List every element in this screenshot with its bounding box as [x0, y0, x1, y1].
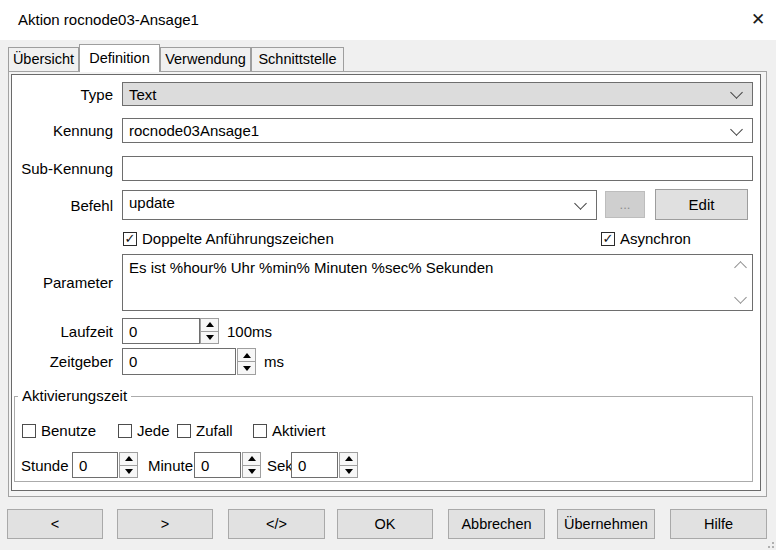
ok-button[interactable]: OK — [337, 509, 433, 539]
zeitgeber-input[interactable] — [122, 348, 236, 375]
scroll-down-icon[interactable] — [734, 291, 747, 304]
checkbox-aktiviert-label: Aktiviert — [272, 423, 325, 439]
kennung-combobox[interactable]: rocnode03Ansage1 — [122, 118, 753, 143]
stunde-input[interactable] — [72, 452, 118, 478]
spin-down-button[interactable] — [200, 332, 219, 345]
spin-down-icon — [206, 335, 214, 340]
checkbox-benutze[interactable] — [22, 424, 36, 438]
checkbox-doppelte[interactable]: ✓ — [123, 232, 137, 246]
edit-button[interactable]: Edit — [655, 189, 748, 220]
befehl-value: update — [129, 194, 175, 211]
stunde-label: Stunde — [21, 452, 69, 478]
code-button[interactable]: </> — [228, 509, 325, 539]
abbrechen-button[interactable]: Abbrechen — [448, 509, 545, 539]
spin-up-icon — [243, 353, 251, 358]
zeitgeber-label: Zeitgeber — [10, 348, 113, 375]
hilfe-button[interactable]: Hilfe — [670, 509, 767, 539]
checkbox-zufall-label: Zufall — [196, 423, 233, 439]
checkmark-icon: ✓ — [603, 232, 614, 245]
tab-label: Verwendung — [165, 51, 246, 67]
spin-down-button[interactable] — [339, 466, 358, 479]
resize-grip-icon[interactable] — [766, 540, 774, 548]
spin-up-icon — [206, 322, 214, 327]
chevron-down-icon — [730, 86, 743, 99]
spin-up-icon — [125, 456, 133, 461]
laufzeit-input[interactable] — [122, 318, 200, 344]
chevron-down-icon — [574, 197, 587, 210]
window-title: Aktion rocnode03-Ansage1 — [18, 0, 199, 40]
tab-schnittstelle[interactable]: Schnittstelle — [251, 47, 344, 71]
tab-label: Übersicht — [13, 51, 74, 67]
spin-up-icon — [345, 456, 353, 461]
dialog-aktion: Aktion rocnode03-Ansage1 ✕ Übersicht Def… — [0, 0, 776, 550]
zeitgeber-unit: ms — [264, 348, 284, 375]
tab-verwendung[interactable]: Verwendung — [160, 47, 251, 71]
parameter-label: Parameter — [10, 254, 113, 311]
minute-input[interactable] — [194, 452, 241, 478]
spin-up-button[interactable] — [119, 452, 138, 466]
befehl-more-button[interactable]: ... — [605, 191, 645, 218]
spin-down-icon — [125, 469, 133, 474]
type-value: Text — [129, 86, 157, 103]
tab-definition[interactable]: Definition — [79, 44, 160, 72]
next-button[interactable]: > — [117, 509, 213, 539]
checkbox-zufall[interactable] — [177, 424, 191, 438]
ok-button-label: OK — [375, 516, 396, 532]
sek-stepper — [339, 452, 358, 478]
laufzeit-stepper — [200, 318, 219, 344]
spin-down-icon — [248, 469, 256, 474]
spin-up-button[interactable] — [242, 452, 261, 466]
spin-up-icon — [248, 456, 256, 461]
code-button-label: </> — [266, 516, 287, 532]
checkmark-icon: ✓ — [125, 232, 136, 245]
spin-down-icon — [345, 469, 353, 474]
zeitgeber-stepper — [237, 348, 256, 375]
abbrechen-button-label: Abbrechen — [461, 516, 531, 532]
sub-kennung-input[interactable] — [122, 156, 753, 181]
uebernehmen-button[interactable]: Übernehmen — [557, 509, 655, 539]
befehl-combobox[interactable]: update — [122, 190, 597, 220]
spin-down-icon — [243, 366, 251, 371]
uebernehmen-button-label: Übernehmen — [564, 516, 648, 532]
tab-label: Definition — [89, 50, 149, 66]
aktivierungszeit-title: Aktivierungszeit — [18, 388, 131, 404]
spin-down-button[interactable] — [237, 362, 256, 375]
minute-label: Minute — [148, 452, 193, 478]
kennung-value: rocnode03Ansage1 — [129, 122, 259, 139]
sek-input[interactable] — [291, 452, 338, 478]
checkbox-doppelte-label: Doppelte Anführungszeichen — [142, 231, 334, 247]
laufzeit-label: Laufzeit — [10, 318, 113, 344]
minute-stepper — [242, 452, 261, 478]
spin-up-button[interactable] — [339, 452, 358, 466]
ellipsis-icon: ... — [620, 197, 631, 212]
checkbox-jede-label: Jede — [137, 423, 170, 439]
spin-up-button[interactable] — [200, 318, 219, 332]
stunde-stepper — [119, 452, 138, 478]
chevron-down-icon — [730, 123, 743, 136]
checkbox-jede[interactable] — [118, 424, 132, 438]
checkbox-benutze-label: Benutze — [41, 423, 96, 439]
edit-button-label: Edit — [689, 196, 715, 213]
checkbox-aktiviert[interactable] — [253, 424, 267, 438]
parameter-textarea[interactable]: Es ist %hour% Uhr %min% Minuten %sec% Se… — [122, 254, 753, 311]
tab-uebersicht[interactable]: Übersicht — [8, 47, 79, 71]
parameter-value: Es ist %hour% Uhr %min% Minuten %sec% Se… — [129, 259, 493, 276]
tab-label: Schnittstelle — [258, 51, 336, 67]
scroll-up-icon[interactable] — [734, 261, 747, 274]
hilfe-button-label: Hilfe — [704, 516, 733, 532]
spin-down-button[interactable] — [242, 466, 261, 479]
type-label: Type — [10, 82, 113, 106]
sub-kennung-label: Sub-Kennung — [10, 156, 113, 181]
spin-down-button[interactable] — [119, 466, 138, 479]
close-icon[interactable]: ✕ — [740, 0, 776, 40]
checkbox-asynchron[interactable]: ✓ — [601, 232, 615, 246]
spin-up-button[interactable] — [237, 348, 256, 362]
type-dropdown[interactable]: Text — [122, 82, 753, 106]
next-button-label: > — [161, 516, 169, 532]
kennung-label: Kennung — [10, 118, 113, 143]
befehl-label: Befehl — [10, 190, 113, 220]
prev-button[interactable]: < — [7, 509, 103, 539]
checkbox-asynchron-label: Asynchron — [620, 231, 691, 247]
laufzeit-unit: 100ms — [227, 318, 272, 344]
title-bar: Aktion rocnode03-Ansage1 ✕ — [0, 0, 776, 40]
